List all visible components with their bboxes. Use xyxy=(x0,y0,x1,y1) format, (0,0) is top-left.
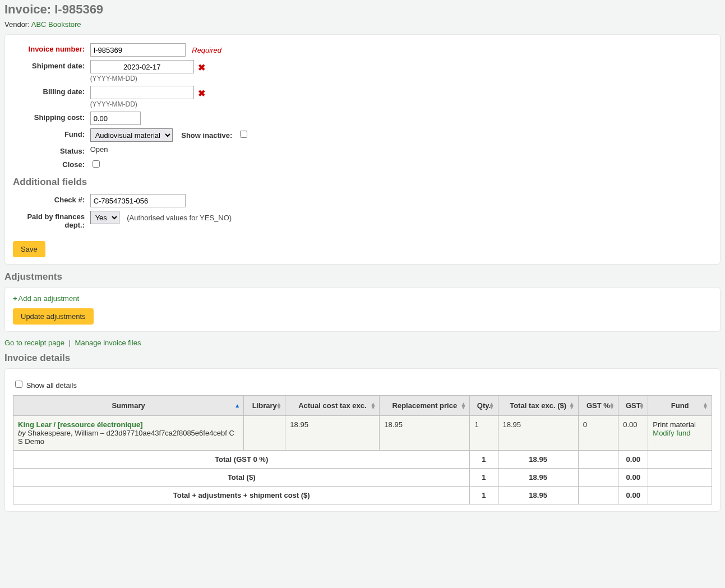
check-number-label: Check #: xyxy=(13,194,85,204)
col-fund[interactable]: Fund ▲▼ xyxy=(648,396,712,416)
table-row: King Lear / [ressource électronique] by … xyxy=(13,416,712,451)
invoice-form-panel: Invoice number: Required Shipment date: … xyxy=(4,34,721,265)
status-label: Status: xyxy=(13,145,85,155)
save-button[interactable]: Save xyxy=(13,241,45,257)
modify-fund-link[interactable]: Modify fund xyxy=(653,429,690,437)
cell-gst: 0.00 xyxy=(618,416,648,451)
invoice-number-input[interactable] xyxy=(90,43,186,57)
sort-asc-icon: ▲ xyxy=(234,404,240,408)
vendor-link[interactable]: ABC Bookstore xyxy=(31,20,81,29)
clear-billing-date-icon[interactable]: ✖ xyxy=(198,89,205,98)
page-title: Invoice: I-985369 xyxy=(4,2,721,17)
show-all-details-checkbox[interactable] xyxy=(15,381,22,388)
pipe-separator: | xyxy=(69,339,71,347)
sort-icon: ▲▼ xyxy=(609,402,615,409)
paid-note: (Authorised values for YES_NO) xyxy=(127,214,232,222)
cell-library xyxy=(244,416,285,451)
shipping-cost-label: Shipping cost: xyxy=(13,112,85,122)
show-inactive-label: Show inactive: xyxy=(181,131,232,140)
billing-date-label: Billing date: xyxy=(13,86,85,96)
cell-gst-pct: 0 xyxy=(578,416,618,451)
cell-qty: 1 xyxy=(470,416,498,451)
shipment-date-input[interactable] xyxy=(90,60,194,73)
fund-select[interactable]: Audiovisual material xyxy=(90,128,173,142)
manage-invoice-files-link[interactable]: Manage invoice files xyxy=(75,339,141,347)
sort-icon: ▲▼ xyxy=(639,402,644,409)
shipping-cost-input[interactable] xyxy=(90,112,141,125)
total-row: Total + adjustments + shipment cost ($) … xyxy=(13,487,712,504)
paid-by-finances-label: Paid by finances dept.: xyxy=(13,211,85,229)
shipment-date-hint: (YYYY-MM-DD) xyxy=(90,75,206,82)
cell-total-tax-exc: 18.95 xyxy=(498,416,578,451)
add-adjustment-link[interactable]: +Add an adjustment xyxy=(13,294,79,303)
plus-icon: + xyxy=(13,294,17,303)
total-row: Total (GST 0 %) 1 18.95 0.00 xyxy=(13,451,712,469)
close-label: Close: xyxy=(13,159,85,169)
shipment-date-label: Shipment date: xyxy=(13,60,85,70)
show-inactive-checkbox[interactable] xyxy=(240,131,247,138)
col-total-tax-exc[interactable]: Total tax exc. ($) ▲▼ xyxy=(498,396,578,416)
go-to-receipt-link[interactable]: Go to receipt page xyxy=(4,339,64,347)
col-actual-cost[interactable]: Actual cost tax exc. ▲▼ xyxy=(285,396,380,416)
sort-icon: ▲▼ xyxy=(370,402,376,409)
additional-fields-heading: Additional fields xyxy=(13,177,712,188)
cell-replacement: 18.95 xyxy=(380,416,470,451)
by-prefix: by xyxy=(18,429,26,437)
sort-icon: ▲▼ xyxy=(460,402,466,409)
col-gst[interactable]: GST ▲▼ xyxy=(618,396,648,416)
total-label: Total ($) xyxy=(13,469,470,487)
status-value: Open xyxy=(90,145,108,154)
update-adjustments-button[interactable]: Update adjustments xyxy=(13,308,94,325)
invoice-details-panel: Show all details Summary ▲ Library ▲▼ Ac… xyxy=(4,368,721,512)
invoice-number-label: Invoice number: xyxy=(13,43,85,53)
total-label: Total (GST 0 %) xyxy=(13,451,470,469)
total-label: Total + adjustments + shipment cost ($) xyxy=(13,487,470,504)
sort-icon: ▲▼ xyxy=(489,402,495,409)
adjustments-panel: +Add an adjustment Update adjustments xyxy=(4,287,721,332)
clear-shipment-date-icon[interactable]: ✖ xyxy=(198,63,205,72)
vendor-label: Vendor: xyxy=(4,20,31,29)
cell-actual-cost: 18.95 xyxy=(285,416,380,451)
item-title-link[interactable]: King Lear / [ressource électronique] xyxy=(18,420,143,429)
billing-date-hint: (YYYY-MM-DD) xyxy=(90,100,206,108)
total-row: Total ($) 1 18.95 0.00 xyxy=(13,469,712,487)
item-author: Shakespeare, William – d23d97710ae43f7ca… xyxy=(18,429,234,446)
sort-icon: ▲▼ xyxy=(569,402,575,409)
adjustments-heading: Adjustments xyxy=(4,271,721,283)
show-all-details-label[interactable]: Show all details xyxy=(13,381,77,390)
paid-by-finances-select[interactable]: Yes xyxy=(90,211,119,224)
close-checkbox[interactable] xyxy=(93,160,100,168)
billing-date-input[interactable] xyxy=(90,86,194,99)
check-number-input[interactable] xyxy=(90,194,186,207)
sort-icon: ▲▼ xyxy=(276,402,281,409)
col-qty[interactable]: Qty. ▲▼ xyxy=(470,396,498,416)
col-library[interactable]: Library ▲▼ xyxy=(244,396,285,416)
col-replacement[interactable]: Replacement price ▲▼ xyxy=(380,396,470,416)
sort-icon: ▲▼ xyxy=(703,402,708,409)
fund-label: Fund: xyxy=(13,128,85,138)
cell-fund: Print material Modify fund xyxy=(648,416,712,451)
col-summary[interactable]: Summary ▲ xyxy=(13,396,244,416)
vendor-line: Vendor: ABC Bookstore xyxy=(4,20,721,29)
invoice-details-table: Summary ▲ Library ▲▼ Actual cost tax exc… xyxy=(13,395,712,504)
required-text: Required xyxy=(192,46,221,54)
col-gst-pct[interactable]: GST % ▲▼ xyxy=(578,396,618,416)
invoice-details-heading: Invoice details xyxy=(4,353,721,364)
